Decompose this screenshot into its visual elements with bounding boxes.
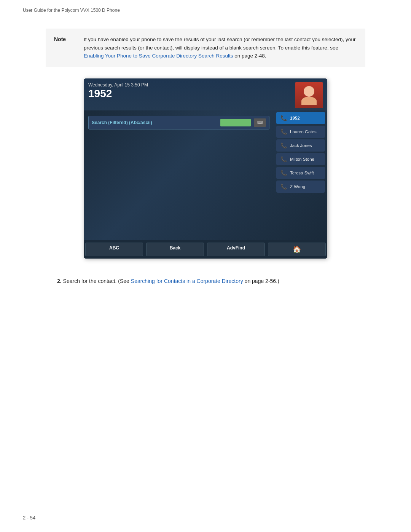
contact-name: Teresa Swift xyxy=(290,171,314,175)
contact-item[interactable]: 📞Teresa Swift xyxy=(276,167,325,179)
search-label: Search (Filtered) (Abc/ascii) xyxy=(92,120,217,125)
contact-name: Jack Jones xyxy=(290,143,312,148)
contact-phone-icon: 📞 xyxy=(279,169,288,177)
step2-text2: on page 2-56.) xyxy=(243,278,279,284)
contact-item[interactable]: 📞Jack Jones xyxy=(276,139,325,152)
contact-item[interactable]: 📞1952 xyxy=(276,112,325,124)
contact-name: Milton Stone xyxy=(290,157,314,161)
phone-top-bar: Wednesday, April 15 3:50 PM 1952 xyxy=(84,78,327,110)
note-label: Note xyxy=(54,35,77,60)
avatar-face xyxy=(295,82,323,108)
main-content: Note If you have enabled your phone to s… xyxy=(0,17,411,297)
contact-name: Z Wong xyxy=(290,184,305,189)
phone-screenshot-wrapper: Wednesday, April 15 3:50 PM 1952 Search … xyxy=(46,78,365,269)
phone-softkey-button[interactable]: AdvFind xyxy=(207,243,265,256)
contact-phone-icon: 📞 xyxy=(279,182,288,191)
page-footer: 2 - 54 xyxy=(23,515,35,521)
contact-phone-icon: 📞 xyxy=(279,155,288,163)
phone-body: Search (Filtered) (Abc/ascii) ⌨ 📞1952📞La… xyxy=(84,110,327,240)
step2-link[interactable]: Searching for Contacts in a Corporate Di… xyxy=(131,278,243,284)
phone-screenshot: Wednesday, April 15 3:50 PM 1952 Search … xyxy=(84,78,327,259)
page-number: 2 - 54 xyxy=(23,515,35,521)
search-bar: Search (Filtered) (Abc/ascii) ⌨ xyxy=(88,116,269,129)
phone-softkey-button[interactable]: Back xyxy=(146,243,204,256)
note-text: If you have enabled your phone to save t… xyxy=(84,35,357,60)
phone-bottom-bar: ABCBackAdvFind🏠 xyxy=(84,240,327,259)
contact-phone-icon: 📞 xyxy=(279,114,288,122)
phone-extension: 1952 xyxy=(88,88,295,100)
page-header: User Guide for the Polycom VVX 1500 D Ph… xyxy=(0,0,411,17)
contact-item[interactable]: 📞Z Wong xyxy=(276,181,325,193)
phone-datetime: Wednesday, April 15 3:50 PM xyxy=(88,82,295,88)
step2-text: 2. Search for the contact. (See Searchin… xyxy=(46,277,365,286)
phone-softkey-button[interactable]: ABC xyxy=(85,243,143,256)
contact-item[interactable]: 📞Lauren Gates xyxy=(276,126,325,138)
note-link[interactable]: Enabling Your Phone to Save Corporate Di… xyxy=(84,53,233,59)
step2-number: 2. xyxy=(57,278,62,284)
note-text2: on page 2-48. xyxy=(233,53,266,59)
phone-left-panel: Search (Filtered) (Abc/ascii) ⌨ xyxy=(84,110,274,240)
contact-phone-icon: 📞 xyxy=(279,128,288,136)
contact-phone-icon: 📞 xyxy=(279,141,288,150)
phone-avatar xyxy=(295,82,323,108)
phone-softkey-button[interactable]: 🏠 xyxy=(268,243,326,256)
contact-name: Lauren Gates xyxy=(290,129,317,134)
keyboard-icon[interactable]: ⌨ xyxy=(254,118,266,127)
contact-item[interactable]: 📞Milton Stone xyxy=(276,153,325,165)
contact-name: 1952 xyxy=(290,116,300,120)
note-box: Note If you have enabled your phone to s… xyxy=(46,29,365,67)
step2-text1: Search for the contact. (See xyxy=(63,278,131,284)
search-input-field[interactable] xyxy=(220,119,251,126)
header-title: User Guide for the Polycom VVX 1500 D Ph… xyxy=(23,8,120,13)
note-text1: If you have enabled your phone to save t… xyxy=(84,37,355,51)
phone-contacts-panel: 📞1952📞Lauren Gates📞Jack Jones📞Milton Sto… xyxy=(274,110,327,240)
